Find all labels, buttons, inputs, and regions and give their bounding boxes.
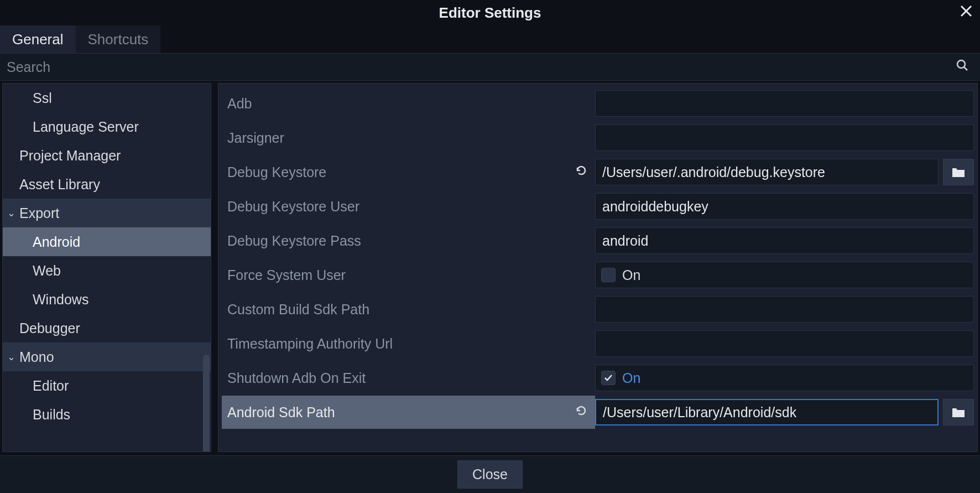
check-icon [603,373,613,383]
prop-row-force-system-user: Force System User On [222,258,974,292]
sidebar-item-builds[interactable]: Builds [3,400,211,429]
sidebar-item-editor[interactable]: Editor [3,371,211,400]
close-icon[interactable] [960,3,972,20]
prop-label: Jarsigner [222,121,595,154]
prop-label: Debug Keystore Pass [222,224,595,257]
svg-point-0 [957,60,965,68]
prop-row-jarsigner: Jarsigner [222,121,974,154]
prop-label: Adb [222,87,595,120]
tab-general[interactable]: General [0,25,76,53]
custom-build-sdk-path-field[interactable] [595,296,974,323]
search-row [0,53,980,81]
footer: Close [0,455,980,493]
sidebar-item-language-server[interactable]: Language Server [3,112,211,141]
prop-row-adb: Adb [222,87,974,120]
close-button[interactable]: Close [457,460,523,489]
debug-keystore-field[interactable] [595,159,939,185]
search-icon[interactable] [951,59,973,75]
sidebar-item-android[interactable]: Android [3,227,211,256]
main-area: Ssl Language Server Project Manager Asse… [0,81,980,452]
shutdown-adb-on-exit-checkbox[interactable]: On [595,365,974,391]
prop-row-custom-build-sdk-path: Custom Build Sdk Path [222,293,974,326]
category-tree: Ssl Language Server Project Manager Asse… [3,84,211,429]
folder-icon [952,167,965,178]
titlebar: Editor Settings [0,0,980,25]
prop-label: Shutdown Adb On Exit [222,361,595,395]
browse-button[interactable] [943,399,974,425]
properties-panel: Adb Jarsigner Debug Keystore Debug Key [218,83,978,452]
timestamping-authority-url-field[interactable] [595,330,974,357]
checkbox-box [601,371,616,385]
debug-keystore-pass-field[interactable] [595,227,974,254]
adb-field[interactable] [595,90,974,117]
prop-row-debug-keystore-user: Debug Keystore User [222,190,974,223]
prop-row-timestamping-authority-url: Timestamping Authority Url [222,327,974,360]
sidebar-item-windows[interactable]: Windows [3,285,211,314]
tab-shortcuts[interactable]: Shortcuts [76,25,161,53]
prop-label: Android Sdk Path [222,396,595,429]
prop-row-debug-keystore-pass: Debug Keystore Pass [222,224,974,257]
sidebar: Ssl Language Server Project Manager Asse… [2,83,211,452]
search-input[interactable] [7,54,951,80]
android-sdk-path-field[interactable] [595,399,939,425]
dialog-title: Editor Settings [439,4,541,22]
checkbox-label: On [622,370,640,386]
sidebar-item-mono[interactable]: ⌄Mono [3,342,211,371]
checkbox-label: On [622,267,640,283]
browse-button[interactable] [943,159,974,185]
checkbox-box [601,268,616,282]
prop-row-android-sdk-path: Android Sdk Path [222,396,974,429]
sidebar-item-web[interactable]: Web [3,256,211,285]
prop-row-shutdown-adb-on-exit: Shutdown Adb On Exit On [222,361,974,395]
debug-keystore-user-field[interactable] [595,193,974,220]
jarsigner-field[interactable] [595,124,974,151]
chevron-down-icon: ⌄ [7,351,18,363]
sidebar-item-project-manager[interactable]: Project Manager [3,141,211,170]
folder-icon [952,407,965,418]
tabs: General Shortcuts [0,25,980,53]
sidebar-item-export[interactable]: ⌄Export [3,199,211,227]
sidebar-scrollbar[interactable] [203,355,210,452]
prop-label: Custom Build Sdk Path [222,293,595,326]
prop-label: Timestamping Authority Url [222,327,595,360]
chevron-down-icon: ⌄ [7,207,18,219]
sidebar-item-asset-library[interactable]: Asset Library [3,170,211,199]
sidebar-item-debugger[interactable]: Debugger [3,314,211,342]
sidebar-item-ssl[interactable]: Ssl [3,84,211,112]
prop-label: Force System User [222,258,595,292]
prop-label: Debug Keystore [222,155,595,189]
reset-icon[interactable] [575,164,587,180]
prop-label: Debug Keystore User [222,190,595,223]
reset-icon[interactable] [575,404,587,420]
prop-row-debug-keystore: Debug Keystore [222,155,974,189]
force-system-user-checkbox[interactable]: On [595,262,974,288]
